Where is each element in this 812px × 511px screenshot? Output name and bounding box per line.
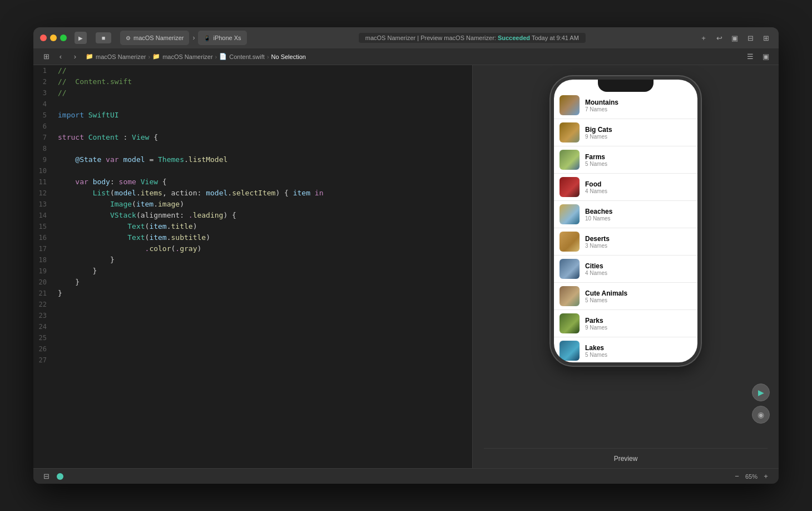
item-subtitle: 3 Names [585,243,610,249]
status-time: Today at 9:41 AM [532,35,579,41]
list-item[interactable]: Deserts3 Names [554,228,697,256]
return-button[interactable]: ↩ [713,32,725,44]
list-item[interactable]: Parks9 Names [554,310,697,337]
maximize-button[interactable] [60,35,67,41]
breadcrumb-item-1[interactable]: 📁 macOS Namerizer [86,53,146,60]
item-title: Big Cats [585,126,612,134]
item-text: Beaches10 Names [585,208,612,222]
breadcrumb-label-1: macOS Namerizer [96,53,146,60]
titlebar-center: macOS Namerizer | Preview macOS Namerize… [251,33,693,43]
inspector-button[interactable]: ☰ [744,51,756,63]
folder-icon-1: 📁 [86,53,93,60]
code-line-23: 23 [33,310,472,321]
breadcrumb-label-4: No Selection [271,53,306,60]
item-text: Big Cats9 Names [585,126,612,140]
macos-icon: ⚙ [126,35,131,41]
list-item[interactable]: Mountains7 Names [554,92,697,119]
titlebar: ▶ ■ ⚙ macOS Namerizer › 📱 iPhone Xs macO… [33,27,779,48]
xcode-window: ▶ ■ ⚙ macOS Namerizer › 📱 iPhone Xs macO… [33,27,779,484]
code-line-24: 24 [33,321,472,332]
zoom-out-button[interactable]: − [731,470,743,483]
code-line-1: 1 // [33,65,472,76]
breadcrumb-item-4[interactable]: No Selection [271,53,306,60]
code-line-21: 21 } [33,288,472,299]
add-editor-button[interactable]: + [697,32,710,44]
code-line-20: 20 } [33,277,472,288]
item-title: Farms [585,153,607,161]
item-thumbnail [560,122,580,143]
status-prefix: macOS Namerizer | Preview macOS Namerize… [365,35,498,41]
grid-view-button[interactable]: ⊞ [40,51,52,63]
list-item[interactable]: Food4 Names [554,174,697,201]
list-item[interactable]: Cities4 Names [554,256,697,283]
breadcrumb-item-3[interactable]: 📄 Content.swift [219,53,265,60]
scheme-tab-macos[interactable]: ⚙ macOS Namerizer [120,31,189,45]
back-button[interactable]: ‹ [55,51,67,63]
console-toggle-button[interactable]: ⊟ [40,470,52,483]
inspect-preview-button[interactable]: ◉ [752,406,770,424]
code-line-15: 15 Text(item.title) [33,221,472,232]
layout-3-button[interactable]: ⊞ [760,32,772,44]
item-text: Farms5 Names [585,153,607,167]
code-editor[interactable]: 1 // 2 // Content.swift 3 // 4 5 import … [33,65,473,468]
forward-button[interactable]: › [69,51,81,63]
panel-button[interactable]: ▣ [760,51,772,63]
code-line-19: 19 } [33,266,472,277]
item-text: Cute Animals5 Names [585,289,627,303]
item-title: Food [585,180,607,188]
preview-controls: ▶ ◉ [752,384,770,424]
code-line-11: 11 var body: some View { [33,176,472,188]
run-button[interactable]: ▶ [75,32,87,44]
item-thumbnail [560,341,580,361]
list-item[interactable]: Farms5 Names [554,146,697,174]
code-line-26: 26 [33,343,472,355]
code-line-27: 27 [33,355,472,366]
item-title: Deserts [585,235,610,243]
minimize-button[interactable] [50,35,57,41]
item-title: Cities [585,262,607,270]
code-line-13: 13 Image(item.image) [33,199,472,210]
code-line-3: 3 // [33,87,472,99]
item-subtitle: 5 Names [585,297,627,303]
breadcrumb-item-2[interactable]: 📁 macOS Namerizer [152,53,212,60]
item-text: Lakes5 Names [585,344,607,358]
code-line-18: 18 } [33,254,472,266]
item-text: Mountains7 Names [585,99,618,112]
item-title: Beaches [585,208,612,215]
item-thumbnail [560,95,580,115]
zoom-level: 65% [745,473,757,480]
play-preview-button[interactable]: ▶ [752,384,770,401]
file-icon: 📄 [219,53,227,60]
item-subtitle: 9 Names [585,325,607,331]
close-button[interactable] [40,35,47,41]
list-item[interactable]: Cute Animals5 Names [554,283,697,310]
scheme-tab-iphone[interactable]: 📱 iPhone Xs [198,31,246,45]
breadcrumb-right: ☰ ▣ [744,51,772,63]
item-text: Food4 Names [585,180,607,194]
bc-sep-2: › [215,53,217,60]
app-list: Mountains7 NamesBig Cats9 NamesFarms5 Na… [554,92,697,362]
item-title: Parks [585,317,607,325]
layout-1-button[interactable]: ▣ [729,32,741,44]
list-item[interactable]: Lakes5 Names [554,337,697,362]
item-title: Mountains [585,99,618,106]
item-text: Cities4 Names [585,262,607,276]
bc-sep-3: › [267,53,269,60]
list-item[interactable]: Big Cats9 Names [554,119,697,146]
code-line-10: 10 [33,165,472,176]
stop-button[interactable]: ■ [96,32,111,43]
zoom-in-button[interactable]: + [760,470,772,483]
bottom-bar: ⊟ − 65% + [33,468,779,484]
item-subtitle: 4 Names [585,270,607,276]
code-line-9: 9 @State var model = Themes.listModel [33,154,472,165]
layout-2-button[interactable]: ⊟ [744,32,756,44]
code-line-4: 4 [33,99,472,110]
main-area: 1 // 2 // Content.swift 3 // 4 5 import … [33,65,779,468]
list-item[interactable]: Beaches10 Names [554,201,697,228]
item-text: Deserts3 Names [585,235,610,249]
breadcrumb-nav: ⊞ ‹ › [40,51,81,63]
iphone-screen[interactable]: Mountains7 NamesBig Cats9 NamesFarms5 Na… [554,80,697,362]
bottom-bar-right: − 65% + [731,470,772,483]
item-subtitle: 5 Names [585,161,607,167]
status-success-label: Succeeded [498,35,530,41]
